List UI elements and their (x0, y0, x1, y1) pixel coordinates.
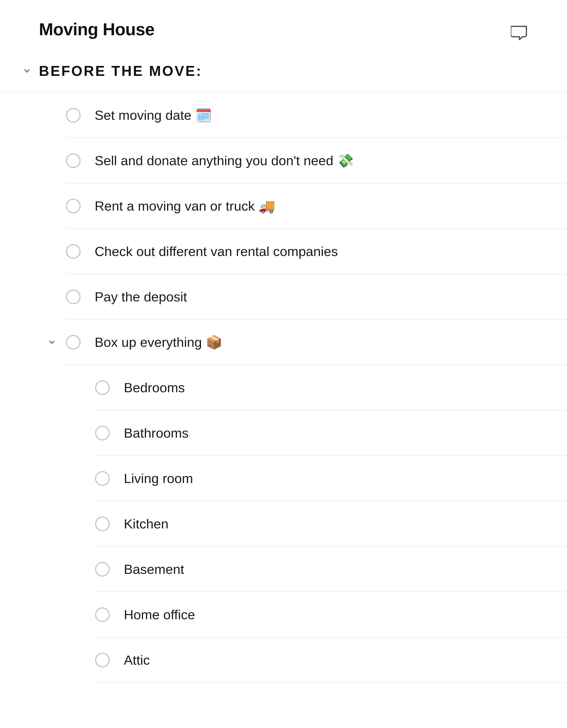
task-label: Attic (124, 652, 150, 668)
checkbox[interactable] (66, 153, 81, 168)
checkbox[interactable] (95, 517, 110, 531)
task-label: Check out different van rental companies (95, 244, 338, 259)
task-item[interactable]: Basement (95, 547, 567, 592)
task-label: Set moving date 🗓️ (95, 107, 212, 123)
task-item[interactable]: Kitchen (95, 501, 567, 547)
task-label: Box up everything 📦 (95, 334, 222, 350)
checkbox[interactable] (66, 108, 81, 123)
task-label: Home office (124, 607, 195, 622)
section-header: BEFORE THE MOVE: (0, 63, 567, 79)
section-title-suffix: : (196, 63, 201, 79)
checkbox[interactable] (95, 471, 110, 486)
task-label: Living room (124, 471, 193, 486)
checkbox[interactable] (66, 290, 81, 304)
task-label: Sell and donate anything you don't need … (95, 153, 354, 168)
checkbox[interactable] (95, 653, 110, 667)
checkbox[interactable] (95, 426, 110, 440)
task-item[interactable]: Bathrooms (95, 411, 567, 456)
task-label: Basement (124, 562, 184, 577)
task-item[interactable]: Box up everything 📦 (66, 320, 567, 365)
chevron-down-icon[interactable] (46, 337, 57, 348)
task-item[interactable]: Set moving date 🗓️ (66, 93, 567, 138)
comment-icon[interactable] (511, 24, 528, 42)
checkbox[interactable] (66, 199, 81, 213)
checkbox[interactable] (66, 335, 81, 350)
section-title: BEFORE THE MOVE: (39, 63, 201, 79)
chevron-down-icon[interactable] (22, 66, 32, 76)
task-item[interactable]: Pay the deposit (66, 274, 567, 320)
page-title: Moving House (39, 19, 155, 39)
task-item[interactable]: Check out different van rental companies (66, 229, 567, 274)
task-item[interactable]: Sell and donate anything you don't need … (66, 138, 567, 184)
section-title-text: BEFORE THE MOVE (39, 63, 196, 79)
task-item[interactable]: Bedrooms (95, 365, 567, 411)
task-item[interactable]: Rent a moving van or truck 🚚 (66, 184, 567, 229)
task-label: Pay the deposit (95, 289, 187, 304)
task-list: Set moving date 🗓️ Sell and donate anyth… (0, 92, 567, 683)
task-label: Bedrooms (124, 380, 185, 395)
task-label: Kitchen (124, 516, 169, 531)
task-item[interactable]: Living room (95, 456, 567, 501)
task-item[interactable]: Home office (95, 592, 567, 638)
checkbox[interactable] (66, 244, 81, 259)
task-item[interactable]: Attic (95, 638, 567, 683)
task-label: Bathrooms (124, 425, 189, 441)
task-label: Rent a moving van or truck 🚚 (95, 198, 275, 214)
checkbox[interactable] (95, 607, 110, 622)
checkbox[interactable] (95, 380, 110, 395)
checkbox[interactable] (95, 562, 110, 577)
